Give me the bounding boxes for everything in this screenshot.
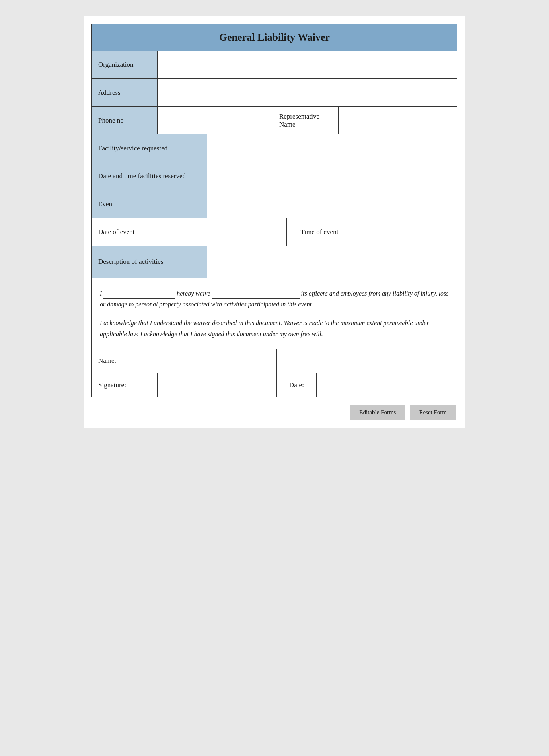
waiver-paragraph-2: I acknowledge that I understand the waiv…: [100, 318, 449, 339]
form-title-row: General Liability Waiver: [92, 24, 457, 51]
organization-row: Organization: [92, 51, 457, 79]
facility-row: Facility/service requested: [92, 134, 457, 162]
name-label: Name:: [92, 349, 277, 373]
description-row: Description of activities: [92, 246, 457, 278]
description-input-cell[interactable]: [207, 246, 457, 278]
waiver-blank-1[interactable]: [103, 288, 175, 299]
name-input[interactable]: [282, 353, 452, 359]
signature-row: Signature: Date:: [92, 373, 457, 397]
event-input-cell[interactable]: [207, 190, 457, 218]
phone-input[interactable]: [162, 110, 268, 117]
organization-input-cell[interactable]: [158, 51, 457, 78]
name-input-cell[interactable]: [277, 349, 457, 373]
waiver-text-section: I hereby waive its officers and employee…: [92, 278, 457, 349]
date-label: Date:: [277, 373, 317, 397]
time-of-event-input[interactable]: [357, 221, 452, 228]
facility-input[interactable]: [212, 138, 452, 144]
date-of-event-input[interactable]: [212, 221, 282, 228]
date-time-event-row: Date of event Time of event: [92, 218, 457, 246]
datetime-facilities-input[interactable]: [212, 166, 452, 172]
date-of-event-label: Date of event: [92, 218, 207, 246]
address-input[interactable]: [162, 82, 452, 89]
editable-forms-button[interactable]: Editable Forms: [350, 405, 405, 420]
form-buttons: Editable Forms Reset Form: [92, 405, 458, 420]
waiver-form: General Liability Waiver Organization Ad…: [92, 24, 458, 397]
date-input-cell[interactable]: [317, 373, 457, 397]
signature-input-cell[interactable]: [158, 373, 277, 397]
rep-label: Representative Name: [273, 107, 339, 134]
rep-input-cell[interactable]: [339, 107, 457, 134]
date-input[interactable]: [321, 376, 452, 383]
name-row: Name:: [92, 349, 457, 373]
event-input[interactable]: [212, 193, 452, 200]
datetime-facilities-input-cell[interactable]: [207, 162, 457, 190]
phone-rep-row: Phone no Representative Name: [92, 107, 457, 134]
datetime-facilities-label: Date and time facilities reserved: [92, 162, 207, 190]
waiver-paragraph-1: I hereby waive its officers and employee…: [100, 288, 449, 310]
waiver-blank-2[interactable]: [212, 288, 300, 299]
time-of-event-label: Time of event: [287, 218, 352, 246]
description-label: Description of activities: [92, 246, 207, 278]
organization-input[interactable]: [162, 54, 452, 61]
address-input-cell[interactable]: [158, 79, 457, 106]
phone-input-cell[interactable]: [158, 107, 273, 134]
signature-input[interactable]: [162, 376, 272, 383]
address-row: Address: [92, 79, 457, 107]
datetime-facilities-row: Date and time facilities reserved: [92, 162, 457, 190]
date-of-event-input-cell[interactable]: [207, 218, 287, 246]
event-row: Event: [92, 190, 457, 218]
rep-input[interactable]: [343, 110, 452, 117]
form-title: General Liability Waiver: [219, 31, 330, 43]
signature-label: Signature:: [92, 373, 158, 397]
phone-label: Phone no: [92, 107, 158, 134]
facility-label: Facility/service requested: [92, 134, 207, 162]
organization-label: Organization: [92, 51, 158, 78]
description-input[interactable]: [207, 246, 457, 278]
facility-input-cell[interactable]: [207, 134, 457, 162]
time-of-event-input-cell[interactable]: [352, 218, 457, 246]
address-label: Address: [92, 79, 158, 106]
event-label: Event: [92, 190, 207, 218]
reset-form-button[interactable]: Reset Form: [410, 405, 456, 420]
